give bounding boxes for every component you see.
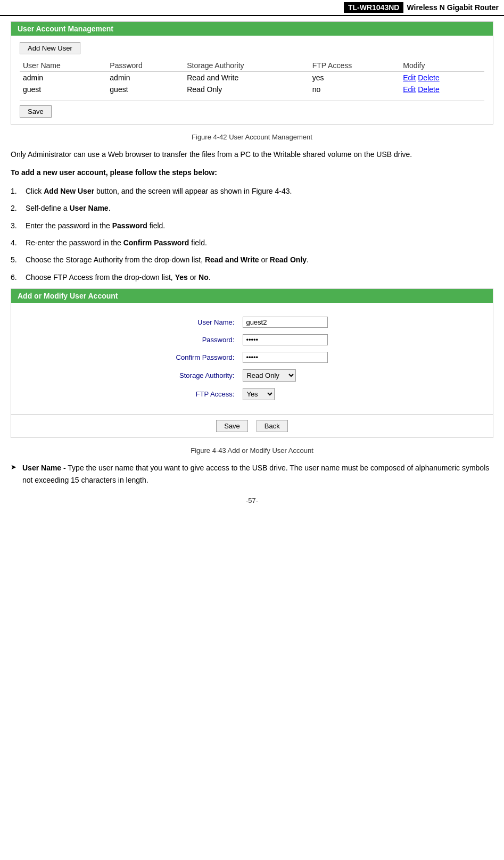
list-item-1: 1. Click Add New User button, and the sc… [11, 185, 493, 197]
col-username: User Name [20, 60, 106, 72]
save-button-1[interactable]: Save [20, 105, 52, 118]
page-header: TL-WR1043ND Wireless N Gigabit Router [0, 0, 504, 16]
panel1-body: Add New User User Name Password Storage … [11, 36, 493, 124]
storage-label: Storage Authority: [172, 366, 239, 385]
list-item-2: 2. Self-define a User Name. [11, 202, 493, 214]
password-input-cell [238, 331, 332, 349]
list-num-6: 6. [11, 271, 26, 283]
list-text-1: Click Add New User button, and the scree… [26, 185, 292, 197]
list-text-5: Choose the Storage Authority from the dr… [26, 254, 309, 266]
panel2-header: Add or Modify User Account [11, 289, 493, 303]
footer-note: ➤ User Name - Type the user name that yo… [11, 462, 493, 486]
panel1-header: User Account Management [11, 22, 493, 36]
list-num-4: 4. [11, 237, 26, 249]
add-new-user-button[interactable]: Add New User [20, 42, 80, 54]
delete-guest-link[interactable]: Delete [418, 85, 439, 94]
username-input[interactable] [243, 317, 328, 328]
list-text-4: Re-enter the password in the Confirm Pas… [26, 237, 207, 249]
cell-password-guest: guest [106, 84, 184, 95]
edit-admin-link[interactable]: Edit [403, 73, 416, 82]
form-row-ftp: FTP Access: Yes No [172, 385, 333, 403]
form-table: User Name: Password: Confirm Password: [172, 313, 333, 403]
password-label: Password: [172, 331, 239, 349]
bullet-icon: ➤ [11, 462, 22, 486]
list-num-3: 3. [11, 220, 26, 231]
list-text-6: Choose FTP Access from the drop-down lis… [26, 271, 211, 283]
password-input[interactable] [243, 334, 328, 345]
add-modify-panel: Add or Modify User Account User Name: Pa… [11, 288, 493, 438]
edit-guest-link[interactable]: Edit [403, 85, 416, 94]
ftp-select-cell: Yes No [238, 385, 332, 403]
form-row-username: User Name: [172, 313, 333, 331]
delete-admin-link[interactable]: Delete [418, 73, 439, 82]
cell-modify-admin: Edit Delete [400, 72, 484, 84]
cell-storage-admin: Read and Write [184, 72, 309, 84]
model-label: TL-WR1043ND [344, 2, 403, 13]
steps-title: To add a new user account, please follow… [11, 167, 493, 178]
list-num-1: 1. [11, 185, 26, 197]
cell-password-admin: admin [106, 72, 184, 84]
form-row-confirm: Confirm Password: [172, 349, 333, 366]
list-item-6: 6. Choose FTP Access from the drop-down … [11, 271, 493, 283]
table-row: admin admin Read and Write yes Edit Dele… [20, 72, 484, 84]
ftp-select[interactable]: Yes No [243, 388, 275, 400]
page-title: Wireless N Gigabit Router [407, 3, 499, 12]
col-storage: Storage Authority [184, 60, 309, 72]
ftp-label: FTP Access: [172, 385, 239, 403]
save-button-2[interactable]: Save [216, 420, 248, 432]
intro-text: Only Administrator can use a Web browser… [11, 148, 493, 160]
confirm-input-cell [238, 349, 332, 366]
figure2-caption: Figure 4-43 Add or Modify User Account [11, 446, 493, 454]
list-text-3: Enter the password in the Password field… [26, 220, 165, 231]
confirm-input[interactable] [243, 352, 328, 363]
confirm-label: Confirm Password: [172, 349, 239, 366]
username-input-cell [238, 313, 332, 331]
form-row-storage: Storage Authority: Read and Write Read O… [172, 366, 333, 385]
storage-select-cell: Read and Write Read Only [238, 366, 332, 385]
divider1 [20, 101, 484, 101]
user-table: User Name Password Storage Authority FTP… [20, 60, 484, 95]
form-row-password: Password: [172, 331, 333, 349]
main-content: User Account Management Add New User Use… [0, 21, 504, 505]
col-modify: Modify [400, 60, 484, 72]
cell-storage-guest: Read Only [184, 84, 309, 95]
list-num-2: 2. [11, 202, 26, 214]
cell-username-admin: admin [20, 72, 106, 84]
figure1-caption: Figure 4-42 User Account Management [11, 133, 493, 141]
storage-select[interactable]: Read and Write Read Only [243, 369, 296, 382]
cell-modify-guest: Edit Delete [400, 84, 484, 95]
table-row: guest guest Read Only no Edit Delete [20, 84, 484, 95]
list-item-5: 5. Choose the Storage Authority from the… [11, 254, 493, 266]
col-ftp: FTP Access [309, 60, 400, 72]
list-item-3: 3. Enter the password in the Password fi… [11, 220, 493, 231]
col-password: Password [106, 60, 184, 72]
username-label: User Name: [172, 313, 239, 331]
footer-note-text: User Name - Type the user name that you … [22, 462, 493, 486]
list-text-2: Self-define a User Name. [26, 202, 111, 214]
cell-ftp-guest: no [309, 84, 400, 95]
page-number: -57- [11, 497, 493, 505]
panel2-body: User Name: Password: Confirm Password: [11, 303, 493, 414]
list-item-4: 4. Re-enter the password in the Confirm … [11, 237, 493, 249]
cell-username-guest: guest [20, 84, 106, 95]
cell-ftp-admin: yes [309, 72, 400, 84]
list-num-5: 5. [11, 254, 26, 266]
back-button[interactable]: Back [257, 420, 288, 432]
panel2-footer: Save Back [11, 414, 493, 437]
user-account-panel: User Account Management Add New User Use… [11, 21, 493, 125]
